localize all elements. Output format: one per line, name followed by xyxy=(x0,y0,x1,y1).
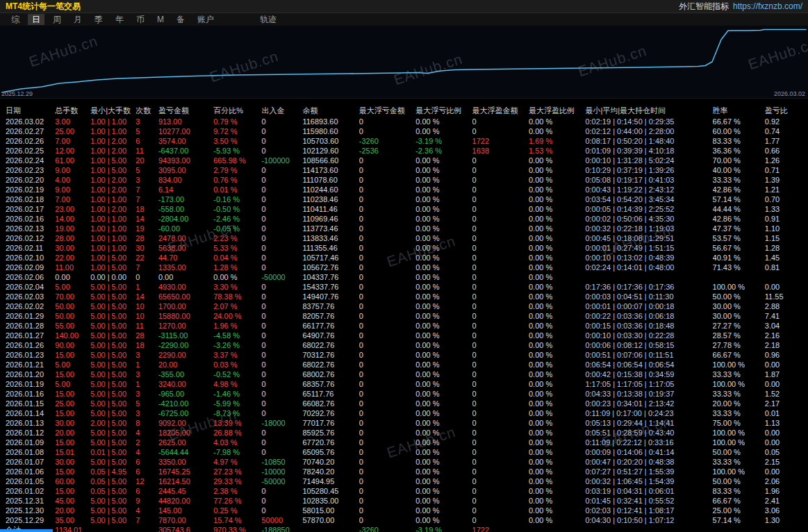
table-cell: 105280.45 xyxy=(302,486,358,496)
table-cell: 100.00 % xyxy=(713,438,765,447)
table-cell: 0 xyxy=(472,175,529,185)
table-cell: 0 xyxy=(472,438,529,447)
menu-item-季[interactable]: 季 xyxy=(90,14,107,25)
table-cell: 3095.00 xyxy=(158,165,213,175)
table-cell: 11.00 xyxy=(55,263,90,272)
table-cell: 0.00 % xyxy=(529,185,585,194)
table-cell: 0.00 % xyxy=(415,117,472,126)
table-cell: 0.00 % xyxy=(529,515,585,525)
menu-item-账户[interactable]: 账户 xyxy=(193,14,218,25)
menu-item-币[interactable]: 币 xyxy=(132,14,149,25)
menu-item-备[interactable]: 备 xyxy=(172,14,189,25)
table-cell: 5.00 | 5.00 xyxy=(90,379,135,389)
menu-item-月[interactable]: 月 xyxy=(69,14,86,25)
table-cell: 11 xyxy=(135,146,158,156)
menu-item-track[interactable]: 轨迹 xyxy=(256,14,281,25)
brand-url-link[interactable]: https://fxznzb.com/ xyxy=(733,0,802,13)
table-cell: 30.00 xyxy=(55,457,90,467)
table-cell: 22.00 xyxy=(55,253,90,263)
table-cell: 0 xyxy=(261,438,302,447)
table-cell: 0 xyxy=(472,399,529,408)
menu-item-综[interactable]: 综 xyxy=(7,14,24,25)
table-cell: 0 xyxy=(472,321,529,331)
table-cell: -0.52 % xyxy=(213,369,261,379)
table-row: 2026.02.045.005.00 | 5.0014930.003.30 %0… xyxy=(0,282,808,292)
column-header: 最大浮亏金额 xyxy=(359,104,415,117)
table-cell: 0 xyxy=(472,447,529,457)
table-body: 2026.03.023.001.00 | 1.003913.000.79 %01… xyxy=(0,117,808,532)
table-cell: 56.67 % xyxy=(713,243,765,253)
column-header: 总手数 xyxy=(55,104,90,117)
table-cell: 65117.76 xyxy=(302,389,358,399)
table-cell: 50.00 xyxy=(55,311,90,321)
table-cell: 113833.46 xyxy=(302,233,358,243)
column-header: 百分比% xyxy=(213,104,261,117)
table-cell: 0:01:09 | 0:39:39 | 4:10:18 xyxy=(585,146,712,156)
table-cell: 0.00 % xyxy=(529,486,585,496)
table-cell: 145.00 xyxy=(158,506,213,515)
table-cell: 2026.01.23 xyxy=(0,350,55,360)
table-cell: 0 xyxy=(472,506,529,515)
table-cell: -50000 xyxy=(261,272,302,282)
table-cell: 1.00 | 5.00 xyxy=(90,165,135,175)
menu-item-M[interactable]: M xyxy=(153,14,168,25)
table-cell: -1.46 % xyxy=(213,389,261,399)
table-cell: 0.00 % xyxy=(415,457,472,467)
table-cell: 0.00 % xyxy=(415,408,472,418)
menu-item-年[interactable]: 年 xyxy=(111,14,128,25)
table-cell: 0 xyxy=(472,224,529,233)
table-cell: 1.00 | 1.00 xyxy=(90,117,135,126)
table-cell: 67720.76 xyxy=(302,438,358,447)
table-row: 2026.01.1525.005.00 | 5.005-4210.00-5.99… xyxy=(0,399,808,408)
table-cell: 3 xyxy=(135,408,158,418)
table-cell: 5.00 | 5.00 xyxy=(90,292,135,301)
table-cell: 30 xyxy=(135,243,158,253)
table-cell: 30.00 xyxy=(55,243,90,253)
table-cell: 5.00 | 5.00 xyxy=(90,360,135,369)
table-cell: 0.00 % xyxy=(415,263,472,272)
table-cell: 9.00 xyxy=(55,185,90,194)
table-cell: 0 xyxy=(359,399,415,408)
table-cell: 83757.76 xyxy=(302,301,358,311)
table-cell: 3574.00 xyxy=(158,136,213,146)
table-cell: 0 xyxy=(359,224,415,233)
table-cell: 0 xyxy=(261,126,302,136)
menu-item-日[interactable]: 日 xyxy=(28,14,44,25)
table-cell: 4930.00 xyxy=(158,282,213,292)
table-cell: 0 xyxy=(472,379,529,389)
table-cell: 0 xyxy=(261,233,302,243)
table-cell: -558.00 xyxy=(158,204,213,214)
table-row: 2026.01.2015.005.00 | 5.003-355.00-0.52 … xyxy=(0,369,808,379)
column-header: 日期 xyxy=(0,104,55,117)
table-cell: 0:00:02 | 0:50:06 | 4:35:30 xyxy=(585,214,712,224)
table-cell: 1.00 | 2.00 xyxy=(90,204,135,214)
table-cell: 2026.01.08 xyxy=(0,447,55,457)
table-cell: 5.00 | 5.00 xyxy=(90,282,135,292)
table-cell: 19 xyxy=(135,224,158,233)
table-row: 2026.02.1228.001.00 | 1.00282478.002.23 … xyxy=(0,233,808,243)
table-cell: 0.00 % xyxy=(529,369,585,379)
table-cell: 0.00 % xyxy=(529,204,585,214)
bottom-blue-strip xyxy=(0,529,53,532)
table-cell: 5.00 | 5.00 xyxy=(90,457,135,467)
table-cell: 2026.01.12 xyxy=(0,428,55,438)
table-cell: 2026.02.17 xyxy=(0,204,55,214)
table-cell: -5.99 % xyxy=(213,399,261,408)
table-cell: 0 xyxy=(261,136,302,146)
table-cell: 2026.02.04 xyxy=(0,282,55,292)
menu-item-周[interactable]: 周 xyxy=(49,14,65,25)
table-cell: 0 xyxy=(359,214,415,224)
table-row: 2026.01.0915.005.00 | 5.0022625.004.03 %… xyxy=(0,438,808,447)
table-cell: 113773.46 xyxy=(302,224,358,233)
table-cell: 0 xyxy=(359,282,415,292)
table-cell: -4210.00 xyxy=(158,399,213,408)
table-cell: 0 xyxy=(359,292,415,301)
table-cell: 0:00:45 | 0:18:08 | 1:29:51 xyxy=(585,233,712,243)
equity-chart-svg xyxy=(0,26,808,98)
table-cell: 0:10:29 | 0:37:19 | 1:39:26 xyxy=(585,165,712,175)
table-cell: 0.00 % xyxy=(415,467,472,476)
table-cell: 0.00 % xyxy=(529,214,585,224)
table-cell: 0.00 % xyxy=(529,476,585,486)
brand-label: 外汇智能指标 xyxy=(679,0,729,13)
table-cell: 4.03 % xyxy=(213,438,261,447)
